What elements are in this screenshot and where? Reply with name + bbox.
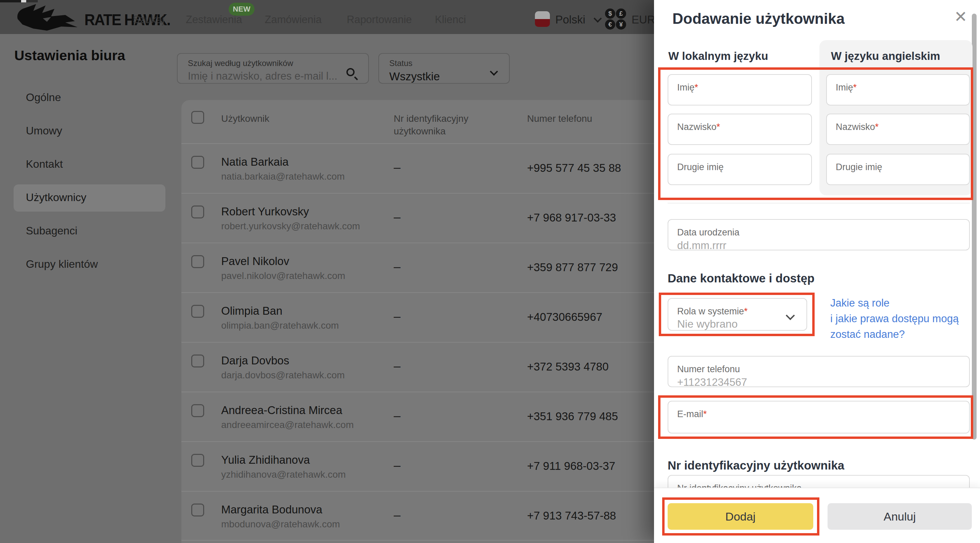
screen: RATE HAWK. Szukaj Zestawienia NEW Zamówi… <box>0 0 980 543</box>
english-language-header: W języku angielskim <box>831 50 940 63</box>
nav-item-szukaj[interactable]: Szukaj <box>133 14 164 26</box>
section-heading-contact: Dane kontaktowe i dostęp <box>668 272 815 285</box>
user-email: natia.barkaia@ratehawk.com <box>221 171 345 182</box>
last-name-english-input[interactable]: Nazwisko* <box>826 114 970 145</box>
nav-item-klienci[interactable]: Klienci <box>435 14 466 26</box>
user-email: robert.yurkovsky@ratehawk.com <box>221 221 360 232</box>
field-label: Rola w systemie* <box>677 306 748 317</box>
first-name-english-input[interactable]: Imię* <box>826 74 970 105</box>
roles-help-link[interactable]: Jakie są role i jakie prawa dostępu mogą… <box>830 295 959 342</box>
field-label: Imię* <box>677 83 698 93</box>
sidebar-item-ogolne[interactable]: Ogólne <box>26 91 61 104</box>
yen-coin-icon: ¥ <box>616 19 626 30</box>
chevron-down-icon <box>490 67 498 76</box>
role-select[interactable]: Rola w systemie* Nie wybrano <box>668 298 807 331</box>
sidebar-item-kontakt[interactable]: Kontakt <box>26 158 63 170</box>
user-id-value: – <box>394 309 401 324</box>
add-button[interactable]: Dodaj <box>668 503 813 530</box>
phone-input[interactable]: Numer telefonu +11231234567 <box>668 356 970 387</box>
user-name: Robert Yurkovsky <box>221 205 309 218</box>
user-phone: +995 577 45 35 88 <box>527 162 621 175</box>
field-placeholder: dd.mm.rrrr <box>677 240 727 252</box>
language-selector[interactable]: Polski <box>555 13 585 26</box>
email-input[interactable]: E-mail* <box>668 401 970 433</box>
user-phone: +7 911 968-03-37 <box>527 460 615 473</box>
drawer-footer: Dodaj Anuluj <box>654 487 980 543</box>
field-label: Drugie imię <box>677 162 724 173</box>
col-header-user-id: Nr identyfikacyjny użytkownika <box>394 112 479 137</box>
status-filter-select[interactable]: Status Wszystkie <box>379 53 510 84</box>
dollar-coin-icon: $ <box>605 8 615 19</box>
user-name: Pavel Nikolov <box>221 255 289 268</box>
role-value: Nie wybrano <box>677 318 738 330</box>
user-email: darja.dovbos@ratehawk.com <box>221 370 345 381</box>
middle-name-english-input[interactable]: Drugie imię <box>826 154 970 185</box>
user-id-value: – <box>394 260 401 274</box>
ratehawk-logo-icon[interactable] <box>14 3 81 31</box>
drawer-title: Dodawanie użytkownika <box>672 10 845 27</box>
currency-exchange-icon[interactable]: $ £ € ¥ <box>605 8 627 30</box>
row-checkbox[interactable] <box>191 503 204 516</box>
user-name: Yulia Zhidihanova <box>221 454 310 467</box>
user-search-input[interactable]: Szukaj według użytkowników Imię i nazwis… <box>177 53 369 84</box>
field-label: Drugie imię <box>836 162 882 173</box>
field-label: Nr identyfikacyjny użytkownika <box>677 483 802 487</box>
user-id-value: – <box>394 160 401 175</box>
user-id-value: – <box>394 210 401 224</box>
birth-date-input[interactable]: Data urodzenia dd.mm.rrrr <box>668 219 970 251</box>
euro-coin-icon: € <box>605 19 615 30</box>
row-checkbox[interactable] <box>191 354 204 367</box>
cancel-button[interactable]: Anuluj <box>827 503 972 530</box>
user-name: Darja Dovbos <box>221 354 289 367</box>
user-name: Olimpia Ban <box>221 305 282 318</box>
user-phone: +359 877 877 729 <box>527 261 618 274</box>
last-name-local-input[interactable]: Nazwisko* <box>668 114 812 145</box>
user-phone: +40730665967 <box>527 311 602 324</box>
user-email: yzhidihanova@ratehawk.com <box>221 469 346 480</box>
user-email: andreeamircea@ratehawk.com <box>221 419 353 430</box>
user-phone: +372 5393 4780 <box>527 360 609 373</box>
col-header-user: Użytkownik <box>221 112 269 125</box>
chevron-down-icon <box>593 14 601 22</box>
nav-item-zamowienia[interactable]: Zamówienia <box>265 14 321 26</box>
row-checkbox[interactable] <box>191 156 204 169</box>
field-label: Numer telefonu <box>677 364 740 375</box>
user-id-value: – <box>394 359 401 373</box>
section-heading-user-id: Nr identyfikacyjny użytkownika <box>668 459 844 472</box>
user-email: mbodunova@ratehawk.com <box>221 519 340 530</box>
field-label: Nazwisko* <box>836 122 878 132</box>
user-id-input-clipped[interactable]: Nr identyfikacyjny użytkownika <box>668 475 970 487</box>
drawer-scrollbar[interactable] <box>972 14 977 440</box>
row-checkbox[interactable] <box>191 255 204 268</box>
sidebar-item-umowy[interactable]: Umowy <box>26 124 62 137</box>
user-name: Natia Barkaia <box>221 156 288 168</box>
search-label: Szukaj według użytkowników <box>188 59 293 68</box>
chevron-down-icon <box>786 311 795 320</box>
user-id-value: – <box>394 458 401 473</box>
nav-item-raportowanie[interactable]: Raportowanie <box>347 14 412 26</box>
user-email: olimpia.ban@ratehawk.com <box>221 320 339 331</box>
user-phone: +7 968 917-03-33 <box>527 211 616 224</box>
row-checkbox[interactable] <box>191 454 204 467</box>
sidebar-item-grupy-klientow[interactable]: Grupy klientów <box>26 258 98 270</box>
section-divider <box>668 203 970 203</box>
row-checkbox[interactable] <box>191 305 204 318</box>
close-icon[interactable]: ✕ <box>954 9 967 24</box>
first-name-local-input[interactable]: Imię* <box>668 74 812 105</box>
field-label: Nazwisko* <box>677 122 720 132</box>
pound-coin-icon: £ <box>616 8 626 19</box>
col-header-phone: Numer telefonu <box>527 112 592 125</box>
sidebar-item-uzytkownicy[interactable]: Użytkownicy <box>26 191 86 204</box>
field-label: Imię* <box>836 83 857 93</box>
select-all-checkbox[interactable] <box>191 111 204 124</box>
field-label: E-mail* <box>677 409 707 419</box>
row-checkbox[interactable] <box>191 404 204 417</box>
poland-flag-icon <box>535 11 550 27</box>
field-placeholder: +11231234567 <box>677 376 747 389</box>
user-phone: +351 936 779 485 <box>527 410 618 423</box>
user-id-value: – <box>394 508 401 522</box>
middle-name-local-input[interactable]: Drugie imię <box>668 154 812 185</box>
user-phone: +7 913 743-57-88 <box>527 509 616 522</box>
row-checkbox[interactable] <box>191 205 204 218</box>
sidebar-item-subagenci[interactable]: Subagenci <box>26 225 77 237</box>
